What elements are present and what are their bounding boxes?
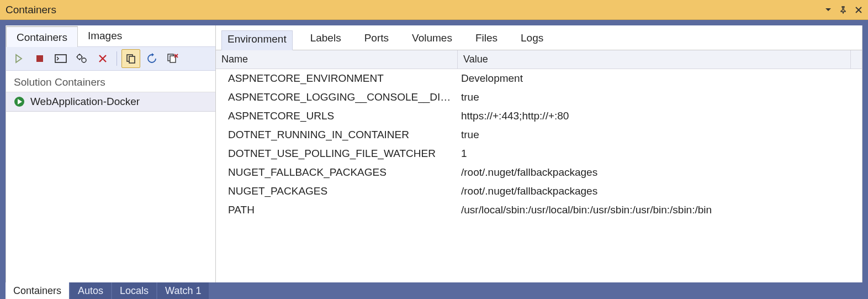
detail-tab-label: Labels: [310, 32, 341, 44]
cell-value: https://+:443;http://+:80: [458, 109, 862, 123]
tab-labels[interactable]: Labels: [305, 30, 347, 50]
table-row[interactable]: DOTNET_USE_POLLING_FILE_WATCHER 1: [216, 144, 862, 163]
window-menu-dropdown-icon[interactable]: [825, 7, 832, 13]
bottom-tab-label: Autos: [78, 285, 103, 297]
detail-tab-label: Ports: [364, 32, 389, 44]
pin-icon[interactable]: [839, 6, 847, 14]
left-tabs: Containers Images: [6, 25, 215, 46]
bottom-tab-watch1[interactable]: Watch 1: [157, 282, 209, 299]
tab-volumes[interactable]: Volumes: [406, 30, 458, 50]
cell-name: NUGET_FALLBACK_PACKAGES: [216, 165, 458, 180]
remove-button[interactable]: [93, 49, 112, 68]
table-row[interactable]: ASPNETCORE_LOGGING__CONSOLE__DISABLECOLO…: [216, 88, 862, 107]
toolbar: [6, 46, 215, 71]
terminal-button[interactable]: [51, 49, 70, 68]
svg-rect-5: [129, 56, 135, 63]
cell-name: ASPNETCORE_LOGGING__CONSOLE__DISABLECOLO…: [216, 90, 458, 104]
bottom-tab-locals[interactable]: Locals: [112, 282, 156, 299]
tab-logs[interactable]: Logs: [515, 30, 549, 50]
tab-ports[interactable]: Ports: [359, 30, 394, 50]
bottom-tab-containers[interactable]: Containers: [6, 282, 69, 299]
cell-name: DOTNET_RUNNING_IN_CONTAINER: [216, 128, 458, 142]
bottom-tab-label: Locals: [120, 285, 149, 297]
column-header-scroll: [851, 50, 862, 69]
close-icon[interactable]: [855, 6, 862, 14]
tab-files[interactable]: Files: [470, 30, 503, 50]
right-column: Environment Labels Ports Volumes Files L…: [216, 25, 862, 282]
cell-value: true: [458, 128, 862, 142]
table-row[interactable]: NUGET_FALLBACK_PACKAGES /root/.nuget/fal…: [216, 163, 862, 182]
table-row[interactable]: DOTNET_RUNNING_IN_CONTAINER true: [216, 125, 862, 144]
svg-point-3: [82, 58, 86, 62]
prune-button[interactable]: [163, 49, 182, 68]
start-button[interactable]: [9, 49, 28, 68]
section-label: Solution Containers: [6, 71, 215, 92]
grid-header: Name Value: [216, 50, 862, 69]
detail-tabs: Environment Labels Ports Volumes Files L…: [216, 25, 862, 50]
table-row[interactable]: PATH /usr/local/sbin:/usr/local/bin:/usr…: [216, 201, 862, 219]
detail-tab-label: Volumes: [412, 32, 452, 44]
toolbar-separator: [117, 51, 117, 66]
bottom-tab-autos[interactable]: Autos: [70, 282, 111, 299]
titlebar: Containers: [0, 0, 868, 20]
column-header-value[interactable]: Value: [458, 50, 851, 69]
svg-rect-1: [55, 55, 66, 62]
running-icon: [14, 96, 25, 107]
table-row[interactable]: ASPNETCORE_ENVIRONMENT Development: [216, 69, 862, 88]
tab-environment[interactable]: Environment: [221, 30, 293, 50]
detail-tab-label: Environment: [227, 33, 287, 45]
detail-tab-label: Logs: [521, 32, 543, 44]
left-tab-containers[interactable]: Containers: [6, 26, 78, 47]
left-column: Containers Images: [6, 25, 216, 282]
cell-name: NUGET_PACKAGES: [216, 184, 458, 198]
window-title: Containers: [6, 4, 56, 16]
detail-tab-label: Files: [475, 32, 497, 44]
refresh-button[interactable]: [142, 49, 161, 68]
table-row[interactable]: NUGET_PACKAGES /root/.nuget/fallbackpack…: [216, 182, 862, 201]
column-header-name[interactable]: Name: [216, 50, 458, 69]
cell-value: /root/.nuget/fallbackpackages: [458, 165, 862, 180]
cell-value: /root/.nuget/fallbackpackages: [458, 184, 862, 198]
svg-point-2: [77, 55, 82, 59]
table-row[interactable]: ASPNETCORE_URLS https://+:443;http://+:8…: [216, 107, 862, 125]
cell-name: DOTNET_USE_POLLING_FILE_WATCHER: [216, 146, 458, 161]
left-tab-label: Containers: [17, 32, 67, 43]
stop-button[interactable]: [30, 49, 49, 68]
left-tab-label: Images: [88, 30, 122, 41]
cell-value: true: [458, 90, 862, 104]
svg-rect-0: [36, 55, 43, 62]
cell-value: Development: [458, 71, 862, 86]
grid-body: ASPNETCORE_ENVIRONMENT Development ASPNE…: [216, 69, 862, 282]
bottom-dock-tabs: Containers Autos Locals Watch 1: [0, 282, 868, 299]
cell-value: 1: [458, 146, 862, 161]
panel-body: Containers Images: [6, 25, 862, 282]
left-tab-images[interactable]: Images: [78, 25, 132, 46]
container-item[interactable]: WebApplication-Docker: [6, 92, 215, 112]
cell-value: /usr/local/sbin:/usr/local/bin:/usr/sbin…: [458, 203, 862, 217]
cell-name: ASPNETCORE_URLS: [216, 109, 458, 123]
cell-name: PATH: [216, 203, 458, 217]
bottom-tab-label: Watch 1: [165, 285, 201, 297]
container-item-label: WebApplication-Docker: [30, 96, 140, 108]
settings-button[interactable]: [72, 49, 91, 68]
bottom-tab-label: Containers: [13, 285, 61, 297]
cell-name: ASPNETCORE_ENVIRONMENT: [216, 71, 458, 86]
copy-button[interactable]: [121, 49, 140, 68]
